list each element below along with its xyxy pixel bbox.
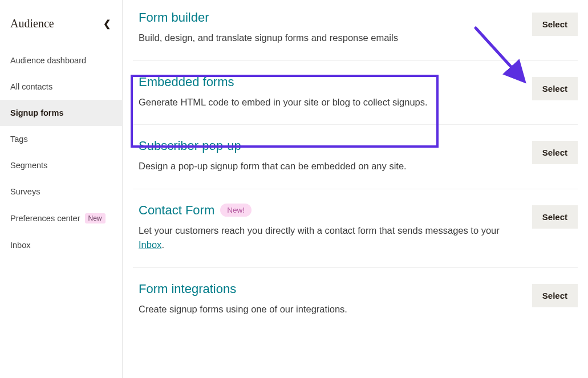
sidebar-item-label: Signup forms xyxy=(10,108,63,117)
form-desc: Generate HTML code to embed in your site… xyxy=(139,95,509,110)
form-desc: Design a pop-up signup form that can be … xyxy=(139,159,509,174)
form-row-text: Form builder Build, design, and translat… xyxy=(139,10,532,46)
form-row-text: Contact Form New! Let your customers rea… xyxy=(139,203,532,253)
sidebar-item-all-contacts[interactable]: All contacts xyxy=(0,74,122,100)
sidebar-title: Audience xyxy=(10,17,54,30)
sidebar: Audience ❮ Audience dashboard All contac… xyxy=(0,0,123,378)
chevron-left-icon[interactable]: ❮ xyxy=(102,16,112,31)
form-title[interactable]: Subscriber pop-up xyxy=(139,139,509,153)
form-desc-pre: Let your customers reach you directly wi… xyxy=(139,225,500,235)
main-content: Form builder Build, design, and translat… xyxy=(123,0,588,378)
form-title-text: Subscriber pop-up xyxy=(139,139,241,153)
new-badge: New xyxy=(85,213,106,223)
form-row-text: Embedded forms Generate HTML code to emb… xyxy=(139,75,532,110)
select-button-subscriber-popup[interactable]: Select xyxy=(532,141,578,164)
form-desc: Create signup forms using one of our int… xyxy=(139,302,509,317)
sidebar-header: Audience ❮ xyxy=(0,16,122,47)
sidebar-item-label: Segments xyxy=(10,161,47,170)
select-button-form-integrations[interactable]: Select xyxy=(532,284,578,307)
sidebar-item-label: Surveys xyxy=(10,187,40,196)
sidebar-item-segments[interactable]: Segments xyxy=(0,152,122,178)
form-row-text: Form integrations Create signup forms us… xyxy=(139,282,532,317)
inbox-link[interactable]: Inbox xyxy=(139,239,161,250)
form-title-text: Form integrations xyxy=(139,282,236,296)
sidebar-nav: Audience dashboard All contacts Signup f… xyxy=(0,47,122,258)
form-row-contact-form: Contact Form New! Let your customers rea… xyxy=(133,189,578,268)
form-title[interactable]: Form integrations xyxy=(139,282,509,296)
sidebar-item-surveys[interactable]: Surveys xyxy=(0,178,122,205)
form-row-embedded-forms: Embedded forms Generate HTML code to emb… xyxy=(133,61,578,125)
sidebar-item-signup-forms[interactable]: Signup forms xyxy=(0,100,122,126)
form-desc-post: . xyxy=(161,239,164,250)
form-row-form-integrations: Form integrations Create signup forms us… xyxy=(133,268,578,332)
form-title-text: Embedded forms xyxy=(139,75,234,90)
sidebar-item-label: Audience dashboard xyxy=(10,56,86,65)
form-desc: Build, design, and translate signup form… xyxy=(139,31,509,46)
form-title[interactable]: Contact Form New! xyxy=(139,203,509,218)
form-row-subscriber-popup: Subscriber pop-up Design a pop-up signup… xyxy=(133,125,578,189)
sidebar-item-audience-dashboard[interactable]: Audience dashboard xyxy=(0,47,122,74)
form-title[interactable]: Embedded forms xyxy=(139,75,509,90)
sidebar-item-inbox[interactable]: Inbox xyxy=(0,232,122,258)
sidebar-item-tags[interactable]: Tags xyxy=(0,126,122,152)
form-desc: Let your customers reach you directly wi… xyxy=(139,223,509,253)
select-button-contact-form[interactable]: Select xyxy=(532,205,578,229)
form-title-text: Contact Form xyxy=(139,203,214,218)
select-button-embedded-forms[interactable]: Select xyxy=(532,77,578,100)
form-title-text: Form builder xyxy=(139,10,209,25)
sidebar-item-label: Preferences center xyxy=(10,214,80,223)
sidebar-item-label: Inbox xyxy=(10,241,30,250)
sidebar-item-label: All contacts xyxy=(10,82,52,91)
form-row-text: Subscriber pop-up Design a pop-up signup… xyxy=(139,139,532,174)
form-row-form-builder: Form builder Build, design, and translat… xyxy=(133,0,578,61)
form-title[interactable]: Form builder xyxy=(139,10,509,25)
new-pill: New! xyxy=(220,204,252,217)
sidebar-item-label: Tags xyxy=(10,135,28,144)
sidebar-item-preferences-center[interactable]: Preferences center New xyxy=(0,205,122,232)
select-button-form-builder[interactable]: Select xyxy=(532,13,578,36)
